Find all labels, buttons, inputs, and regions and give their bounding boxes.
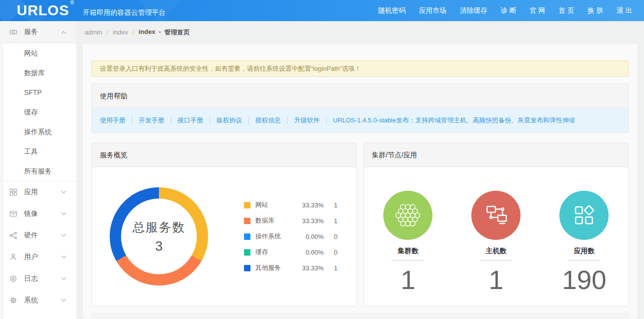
legend-swatch [244, 233, 250, 240]
sidebar-section-services[interactable]: 服务 [0, 21, 76, 43]
nav-change-skin[interactable]: 换 肤 [587, 6, 603, 15]
page-title: 管理首页 [164, 28, 190, 37]
legend-swatch [244, 202, 250, 208]
sidebar-section-images[interactable]: 镜像 [0, 203, 76, 225]
sidebar-section-apps[interactable]: 应用 [0, 181, 76, 203]
legend-count: 0 [324, 233, 337, 240]
nav-app-market[interactable]: 应用市场 [419, 6, 447, 15]
urlos-app: URLOS® 开箱即用的容器云管理平台 随机密码 应用市场 清除缓存 诊 断 官… [0, 0, 644, 319]
donut-center-label: 总服务数 [132, 219, 185, 235]
sidebar-item-sftp[interactable]: SFTP [0, 83, 76, 102]
alert-text: 设置登录入口有利于提高系统的安全性，如有需要，请前往系统设置中配置“loginP… [100, 65, 361, 72]
nav-diagnosis[interactable]: 诊 断 [501, 6, 517, 15]
stat-hosts: 主机数 1 [453, 191, 540, 295]
logo-text: URLOS [17, 2, 69, 18]
legend-row: 操作系统 0.00% 0 [244, 229, 337, 244]
release-announcement[interactable]: URLOS-1.4.5.0-stable发布：支持跨域管理主机、高频快照备份、灰… [326, 116, 575, 125]
bottom-panel-partial [92, 313, 629, 319]
legend-label: 数据库 [255, 216, 298, 225]
breadcrumb-separator: / [106, 29, 108, 36]
top-nav: 随机密码 应用市场 清除缓存 诊 断 官 网 首 页 换 肤 退 出 [378, 6, 644, 15]
logs-eye-icon [9, 275, 17, 283]
legend-count: 1 [324, 264, 337, 272]
sidebar-section-label: 用户 [24, 253, 38, 261]
legend-row: 其他服务 33.33% 1 [244, 260, 337, 276]
legend-label: 网站 [255, 201, 298, 209]
logo[interactable]: URLOS® [17, 2, 75, 19]
legend-row: 数据库 33.33% 1 [244, 213, 337, 229]
sidebar-section-label: 系统 [24, 296, 38, 305]
chart-legend: 网站 33.33% 1 数据库 33.33% 1 [244, 197, 337, 276]
services-icon [9, 28, 17, 36]
hardware-icon [9, 232, 17, 239]
sidebar-section-logs[interactable]: 日志 [0, 268, 76, 290]
stat-circle[interactable] [559, 191, 609, 240]
login-path-alert: 设置登录入口有利于提高系统的安全性，如有需要，请前往系统设置中配置“loginP… [92, 60, 629, 77]
sidebar-item-database[interactable]: 数据库 [0, 63, 76, 83]
breadcrumb-admin[interactable]: admin [85, 29, 102, 36]
legend-row: 网站 33.33% 1 [244, 197, 337, 213]
legend-row: 缓存 0.00% 0 [244, 244, 337, 260]
nav-official-site[interactable]: 官 网 [529, 6, 545, 15]
stat-value: 1 [400, 264, 415, 295]
nav-clear-cache[interactable]: 清除缓存 [460, 6, 488, 15]
bottom-panel-header [92, 314, 628, 319]
sidebar-section-label: 日志 [24, 274, 38, 283]
legend-swatch [244, 249, 250, 256]
nav-home[interactable]: 首 页 [558, 6, 574, 15]
stat-label: 应用数 [568, 247, 600, 261]
sidebar-section-label: 镜像 [24, 209, 38, 218]
legend-percent: 33.33% [298, 264, 324, 272]
sidebar: 服务 网站 数据库 SFTP 缓存 操作系统 工具 所有服务 应用 [0, 21, 76, 319]
sidebar-section-hardware[interactable]: 硬件 [0, 225, 76, 246]
legend-swatch [244, 265, 250, 271]
chevron-up-icon [61, 31, 66, 36]
sidebar-section-label: 硬件 [24, 231, 38, 240]
donut-chart[interactable]: 总服务数 3 [110, 187, 208, 286]
stat-value: 1 [489, 264, 503, 295]
panel-title: 服务概览 [92, 143, 356, 167]
legend-swatch [244, 218, 250, 224]
nav-random-password[interactable]: 随机密码 [378, 6, 406, 15]
panel-title: 集群/节点/应用 [364, 143, 628, 167]
stat-circle[interactable] [383, 191, 432, 240]
user-icon [9, 253, 17, 261]
sidebar-section-users[interactable]: 用户 [0, 246, 76, 268]
sidebar-item-all-services[interactable]: 所有服务 [0, 161, 76, 181]
overview-row: 服务概览 总服务数 3 网站 [92, 143, 629, 306]
sidebar-item-website[interactable]: 网站 [0, 43, 76, 63]
service-overview-panel: 服务概览 总服务数 3 网站 [92, 143, 357, 306]
sidebar-item-tools[interactable]: 工具 [0, 142, 76, 161]
nav-logout[interactable]: 退 出 [616, 6, 632, 15]
legend-count: 1 [324, 202, 337, 209]
legend-count: 1 [324, 217, 337, 225]
stat-value: 190 [562, 264, 606, 295]
help-link-dev-manual[interactable]: 开发手册 [132, 116, 164, 125]
chevron-down-icon [61, 296, 66, 301]
legend-percent: 0.00% [298, 233, 324, 240]
help-link-upgrade[interactable]: 升级软件 [287, 116, 320, 125]
images-icon [9, 210, 17, 218]
help-links-bar: 使用手册 开发手册 接口手册 版权协议 授权信息 升级软件 URLOS-1.4.… [92, 108, 628, 132]
help-link-auth-info[interactable]: 授权信息 [248, 116, 281, 125]
service-overview-body: 总服务数 3 网站 33.33% 1 [92, 167, 356, 306]
tagline: 开箱即用的容器云管理平台 [83, 8, 166, 17]
chevron-down-icon [61, 210, 66, 215]
help-link-user-manual[interactable]: 使用手册 [100, 116, 125, 125]
app-header: URLOS® 开箱即用的容器云管理平台 随机密码 应用市场 清除缓存 诊 断 官… [0, 0, 644, 21]
donut-center: 总服务数 3 [121, 199, 197, 274]
help-panel: 使用帮助 使用手册 开发手册 接口手册 版权协议 授权信息 升级软件 URLOS… [92, 84, 629, 133]
stat-circle[interactable] [471, 191, 521, 240]
gear-icon [9, 296, 17, 304]
breadcrumb-index[interactable]: index [113, 29, 128, 36]
sidebar-item-cache[interactable]: 缓存 [0, 102, 76, 122]
donut-center-value: 3 [155, 239, 162, 254]
help-link-license[interactable]: 版权协议 [210, 116, 242, 125]
chevron-down-icon [61, 275, 66, 280]
sidebar-section-system[interactable]: 系统 [0, 290, 76, 311]
help-link-api-manual[interactable]: 接口手册 [171, 116, 203, 125]
main-content: admin / index / index - 管理首页 设置登录入口有利于提高… [76, 21, 644, 319]
sidebar-item-os[interactable]: 操作系统 [0, 122, 76, 142]
chevron-down-icon [61, 232, 66, 236]
legend-label: 缓存 [255, 248, 298, 257]
